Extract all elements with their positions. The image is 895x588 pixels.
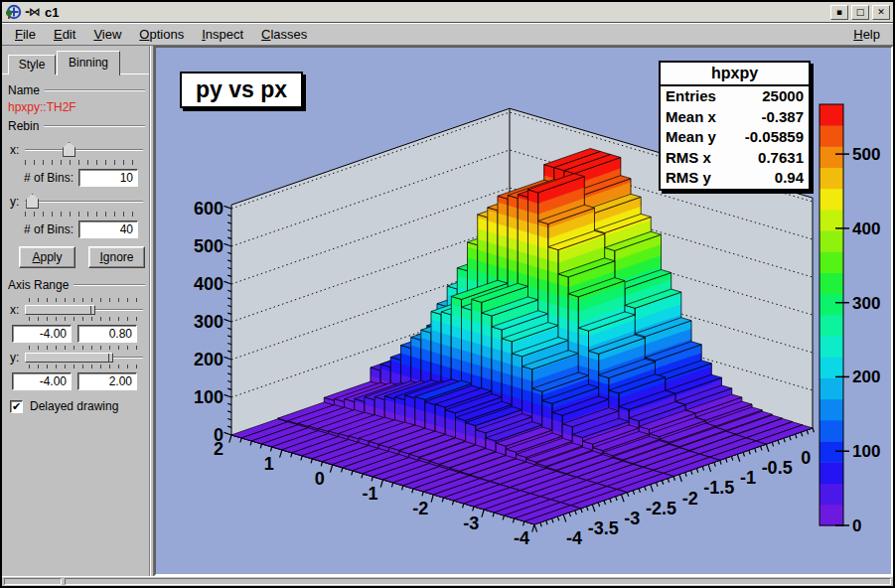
svg-text:-4: -4 (514, 528, 529, 548)
x-bins-label: # of Bins: (24, 171, 74, 185)
svg-text:-1: -1 (363, 484, 378, 504)
rebin-section-label: Rebin (8, 119, 39, 133)
x-bins-field[interactable] (78, 169, 138, 187)
axis-range-section-label: Axis Range (8, 278, 69, 292)
close-button[interactable]: ✕ (872, 5, 890, 20)
menu-edit[interactable]: Edit (45, 24, 84, 45)
svg-text:0: 0 (315, 469, 325, 489)
tab-style[interactable]: Style (8, 55, 56, 74)
status-cell-main (65, 578, 891, 585)
y-min-field[interactable] (12, 372, 72, 390)
svg-text:500: 500 (194, 236, 224, 256)
axis-range-y-label: y: (10, 351, 25, 365)
y-bins-label: # of Bins: (24, 222, 74, 236)
menu-classes[interactable]: Classes (252, 24, 316, 45)
rebin-y-label: y: (10, 195, 25, 209)
histogram-name: hpxpy::TH2F (2, 97, 149, 116)
ignore-button[interactable]: Ignore (88, 246, 145, 268)
root-canvas[interactable]: 0100200300400500600210-1-2-3-4-4-3.5-3-2… (154, 46, 893, 576)
rebin-x-slider-thumb[interactable] (63, 142, 75, 157)
x-max-field[interactable] (77, 325, 137, 343)
apply-button[interactable]: Apply (19, 246, 75, 268)
rebin-x-label: x: (10, 143, 25, 157)
stats-row-rms-x: RMS x0.7631 (661, 148, 809, 169)
svg-text:400: 400 (852, 220, 880, 238)
svg-text:-2.5: -2.5 (646, 499, 676, 518)
svg-text:200: 200 (852, 368, 880, 386)
svg-text:600: 600 (194, 199, 224, 219)
maximize-button[interactable]: □ (851, 5, 869, 20)
menu-inspect[interactable]: Inspect (193, 24, 252, 45)
window-title: c1 (45, 5, 59, 20)
histogram-editor-panel: Style Binning Name hpxpy::TH2F Rebin x: (2, 46, 150, 576)
stats-row-mean-x: Mean x-0.387 (661, 107, 809, 128)
axis-range-x-slider[interactable] (25, 298, 143, 322)
svg-text:-3.5: -3.5 (588, 518, 619, 538)
rebin-y-slider[interactable] (25, 193, 143, 211)
svg-text:300: 300 (852, 294, 880, 313)
rebin-x-slider-ticks (25, 160, 139, 165)
svg-text:0: 0 (801, 448, 811, 468)
svg-text:-3: -3 (463, 514, 479, 533)
axis-range-section-rule (74, 284, 145, 286)
svg-text:-1.5: -1.5 (703, 478, 734, 498)
svg-text:-2: -2 (682, 489, 698, 509)
statusbar (2, 576, 893, 586)
app-icon (5, 4, 22, 20)
axis-range-y-slider[interactable] (25, 346, 143, 369)
stats-row-entries: Entries25000 (661, 86, 809, 107)
status-cell-left (4, 578, 62, 585)
y-max-field[interactable] (77, 372, 137, 390)
axis-range-y-slider-bar[interactable] (25, 353, 113, 363)
menu-help[interactable]: Help (844, 24, 889, 45)
rebin-section-rule (44, 125, 145, 127)
svg-text:100: 100 (852, 442, 880, 461)
axis-range-x-label: x: (10, 303, 25, 317)
svg-text:500: 500 (852, 145, 880, 164)
stats-row-rms-y: RMS y0.94 (661, 168, 809, 189)
root-canvas-window: -⋈ c1 ▪ □ ✕ File Edit View Options Inspe… (0, 0, 895, 588)
menu-view[interactable]: View (84, 24, 130, 45)
rebin-x-slider[interactable] (25, 141, 143, 159)
stats-title: hpxpy (661, 63, 809, 86)
svg-text:-2: -2 (412, 499, 428, 518)
svg-text:200: 200 (194, 350, 224, 369)
axis-range-x-slider-bar[interactable] (25, 305, 95, 315)
stats-row-mean-y: Mean y-0.05859 (661, 127, 809, 148)
plot-title-box[interactable]: py vs px (180, 72, 303, 108)
editor-tabs: Style Binning (2, 50, 149, 74)
svg-text:2: 2 (214, 439, 224, 459)
svg-text:-4: -4 (566, 528, 582, 548)
svg-text:400: 400 (194, 274, 224, 294)
svg-text:0: 0 (852, 516, 861, 535)
menu-options[interactable]: Options (130, 24, 193, 45)
svg-text:300: 300 (194, 312, 224, 332)
pin-icon[interactable]: -⋈ (25, 5, 40, 19)
y-bins-field[interactable] (78, 220, 138, 238)
rebin-y-slider-thumb[interactable] (26, 194, 39, 209)
menubar: File Edit View Options Inspect Classes H… (2, 23, 893, 46)
svg-text:1: 1 (264, 454, 274, 474)
iconify-button[interactable]: ▪ (830, 5, 848, 20)
name-section-rule (45, 89, 145, 91)
svg-text:-0.5: -0.5 (762, 458, 793, 478)
delayed-drawing-label: Delayed drawing (30, 399, 118, 413)
menu-file[interactable]: File (6, 24, 45, 45)
stats-box[interactable]: hpxpy Entries25000 Mean x-0.387 Mean y-0… (659, 61, 811, 191)
titlebar[interactable]: -⋈ c1 ▪ □ ✕ (2, 2, 893, 23)
tab-binning[interactable]: Binning (57, 51, 120, 75)
svg-text:-3: -3 (624, 509, 640, 528)
rebin-y-slider-ticks (25, 212, 139, 217)
delayed-drawing-checkbox[interactable]: ✔ (10, 400, 23, 413)
name-section-label: Name (8, 83, 40, 97)
x-min-field[interactable] (12, 325, 72, 343)
svg-text:100: 100 (194, 387, 224, 407)
svg-text:-1: -1 (740, 468, 756, 488)
